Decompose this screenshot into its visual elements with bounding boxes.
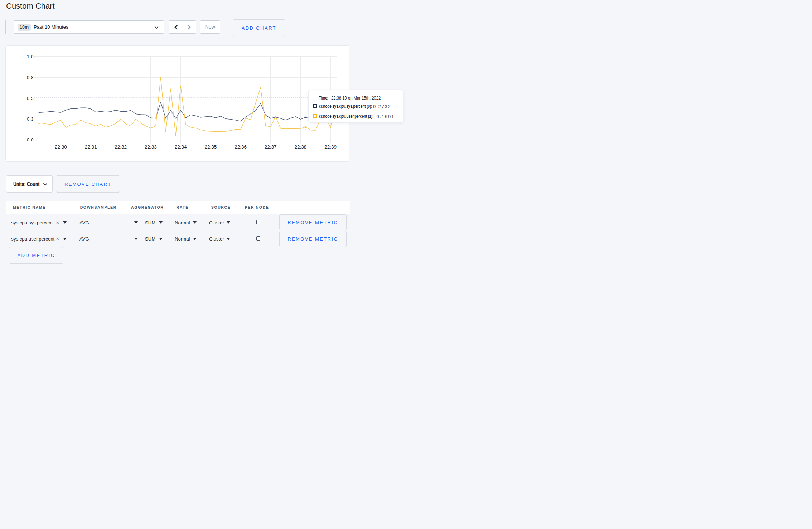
svg-text:22:30: 22:30 xyxy=(55,144,67,149)
svg-text:0.0: 0.0 xyxy=(27,137,34,142)
svg-text:22:35: 22:35 xyxy=(204,144,217,149)
svg-text:1.0: 1.0 xyxy=(27,54,34,59)
svg-text:22:31: 22:31 xyxy=(85,144,97,149)
svg-text:22:36: 22:36 xyxy=(235,144,247,149)
svg-text:0.5: 0.5 xyxy=(27,95,34,101)
svg-text:0.3: 0.3 xyxy=(27,116,34,121)
svg-text:22:32: 22:32 xyxy=(115,144,127,149)
svg-text:22:37: 22:37 xyxy=(265,144,277,149)
svg-text:22:34: 22:34 xyxy=(175,144,187,149)
svg-text:0.8: 0.8 xyxy=(27,74,34,80)
svg-text:22:33: 22:33 xyxy=(145,144,157,149)
svg-text:22:39: 22:39 xyxy=(324,144,337,149)
svg-text:22:38: 22:38 xyxy=(295,144,307,149)
